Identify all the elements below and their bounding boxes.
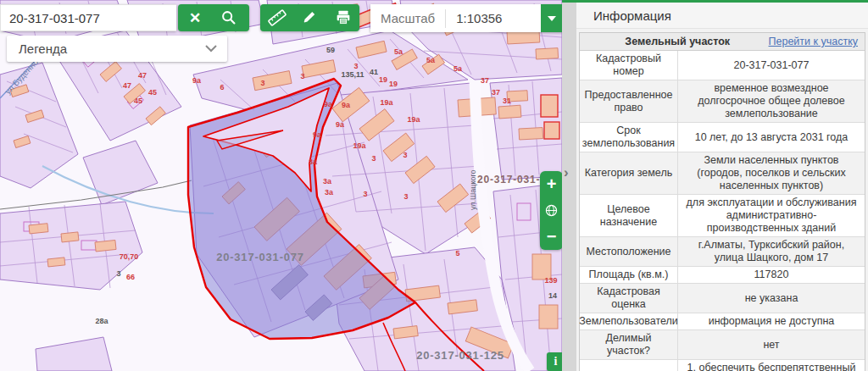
scale-label: Масштаб — [370, 11, 445, 25]
row-label: Землепользователи — [580, 313, 678, 329]
search-button[interactable] — [212, 4, 246, 31]
info-panel: Информация Земельный участок Перейти к у… — [576, 0, 868, 371]
search-icon — [220, 8, 238, 27]
row-value: г.Алматы, Турксибский район, улица Шацко… — [678, 237, 865, 266]
pencil-icon — [301, 8, 320, 27]
parcel-number: 135,11 — [341, 70, 364, 79]
info-row: Целевое назначениедля эксплуатации и обс… — [580, 195, 865, 237]
chevron-down-icon — [548, 16, 556, 21]
table-header: Земельный участок Перейти к участку — [580, 33, 865, 51]
row-value: не указана — [678, 284, 865, 313]
zoom-out-button[interactable]: − — [540, 224, 562, 250]
go-to-parcel-link[interactable]: Перейти к участку — [769, 36, 859, 47]
parcel-number: 5а — [394, 47, 403, 56]
parcel-number: 3 — [363, 190, 367, 198]
search-button-group: ✕ — [178, 4, 249, 31]
map-area: 20-317-031-077 20-317-031-125 20-317-031… — [0, 0, 562, 371]
row-value: информация не доступна — [678, 313, 865, 329]
parcel-number: 45 — [148, 88, 157, 97]
info-row: Категория земельЗемли населенных пунктов… — [580, 152, 865, 195]
globe-icon — [544, 203, 559, 218]
legend-dropdown[interactable]: Легенда — [7, 36, 227, 62]
row-label: Категория земель — [580, 152, 678, 194]
scale-control: Масштаб 1:10356 — [370, 4, 562, 32]
street-label-shatskogo: ул.Шацкого — [469, 169, 477, 210]
ruler-icon — [267, 8, 287, 28]
info-row: Местоположениег.Алматы, Турксибский райо… — [580, 237, 865, 267]
row-label: Делимый участок? — [580, 330, 678, 359]
draw-button[interactable] — [293, 4, 326, 31]
info-row: Землепользователиинформация не доступна — [580, 313, 865, 330]
parcel-number: 3 — [403, 151, 407, 159]
map-info-button[interactable]: i — [547, 352, 562, 371]
parcel-number: 28а — [95, 317, 108, 325]
map-zoom-control: + − — [540, 171, 562, 250]
parcel-number: 3 — [300, 72, 304, 80]
measure-button[interactable] — [260, 4, 293, 31]
row-label: Предоставленное право — [580, 80, 678, 122]
row-label: Срок землепользования — [580, 123, 678, 152]
row-label: Площадь (кв.м.) — [580, 267, 678, 283]
parcel-number: 19 — [389, 80, 398, 88]
globe-button[interactable] — [540, 197, 562, 224]
row-label: Кадастровая оценка — [580, 284, 678, 313]
chevron-down-icon — [205, 45, 217, 53]
collapse-panel-button[interactable]: › — [564, 165, 569, 180]
selected-parcel-label: 20-317-031-077 — [216, 251, 304, 263]
scale-dropdown-button[interactable] — [541, 4, 562, 32]
info-row: Кадастровый номер20-317-031-077 — [580, 51, 865, 80]
parcel-number: 9а — [192, 76, 202, 85]
parcel-number: 47 — [138, 71, 147, 80]
parcel-number: 19 — [379, 75, 387, 84]
scale-value[interactable]: 1:10356 — [446, 11, 541, 25]
info-row: Предоставленное правовременное возмездно… — [580, 80, 865, 123]
print-button[interactable] — [326, 4, 359, 31]
row-label: Ограничения — [580, 360, 678, 371]
zoom-in-button[interactable]: + — [540, 171, 562, 197]
clear-search-button[interactable]: ✕ — [178, 4, 212, 31]
parcel-number: 9а — [342, 101, 351, 109]
parcel-number: 14 — [548, 291, 557, 300]
parcel-number: 3а — [325, 188, 334, 197]
parcel-number: 3а — [323, 177, 332, 186]
parcel-number: 5а — [453, 64, 463, 73]
parcel-number: 9а — [324, 100, 333, 108]
row-value: 1. обеспечить беспрепятственный доступ н… — [678, 360, 865, 371]
right-parcel-label: 20-317-031-0 — [477, 174, 547, 186]
info-row: Срок землепользования10 лет, до 13 авгус… — [580, 123, 865, 152]
parcel-number: 47 — [123, 81, 131, 90]
parcel-number: 19а — [353, 141, 366, 150]
parcel-number: 6 — [220, 83, 224, 91]
search-input[interactable] — [0, 4, 176, 31]
parcel-number: 41 — [370, 68, 378, 76]
parcel-number: 31 — [503, 97, 511, 105]
parcel-number: 66 — [126, 273, 135, 281]
info-row: Ограничения1. обеспечить беспрепятственн… — [580, 360, 865, 371]
parcel-number: 5а — [426, 56, 436, 64]
row-value: временное возмездное долгосрочное общее … — [678, 80, 865, 122]
row-value: 117820 — [678, 267, 865, 283]
row-value: Земли населенных пунктов (городов, посел… — [678, 152, 865, 194]
parcel-number: 9а — [336, 120, 345, 129]
printer-icon — [334, 8, 353, 27]
parcel-number: 19а — [380, 98, 393, 107]
table-header-title: Земельный участок — [587, 36, 769, 47]
parcel-number: 3 — [260, 79, 264, 87]
panel-divider: › — [562, 0, 576, 371]
row-label: Местоположение — [580, 237, 678, 266]
close-icon: ✕ — [189, 11, 201, 25]
row-value: 20-317-031-077 — [678, 51, 865, 80]
row-label: Кадастровый номер — [580, 51, 678, 80]
row-value: нет — [678, 330, 865, 359]
parcel-number: 70,70 — [120, 252, 139, 261]
parcel-number: 139 — [544, 276, 557, 285]
parcel-number: 3 — [116, 269, 120, 278]
parcel-number: 37 — [481, 76, 489, 85]
row-label: Целевое назначение — [580, 195, 678, 236]
parcel-number: 3 — [353, 62, 358, 70]
row-value: 10 лет, до 13 августа 2031 года — [678, 123, 865, 152]
row-value: для эксплуатации и обслуживания админист… — [678, 195, 865, 236]
parcel-number: 59 — [326, 46, 335, 54]
parcel-number: 5 — [455, 249, 459, 257]
info-row: Делимый участок?нет — [580, 330, 865, 360]
